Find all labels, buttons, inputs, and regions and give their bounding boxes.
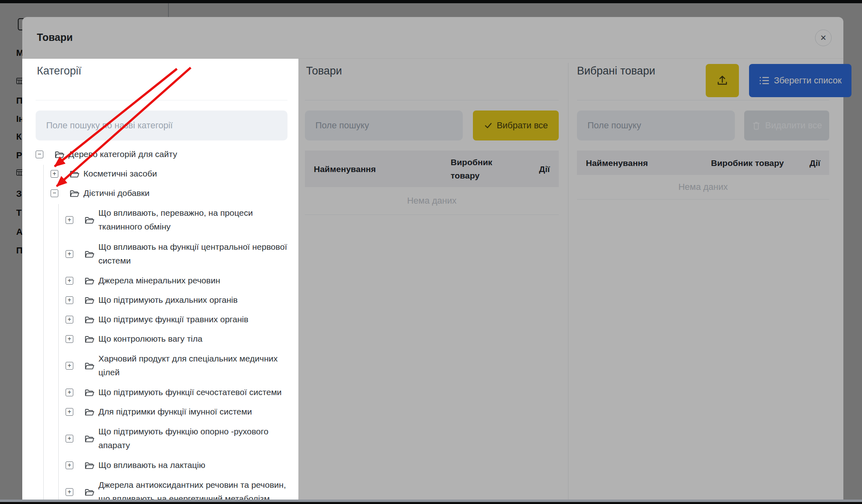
category-search-input[interactable] [36, 111, 287, 140]
expand-node-button[interactable]: + [66, 461, 73, 469]
expand-node-button[interactable]: + [66, 216, 73, 224]
expand-node-button[interactable]: + [66, 408, 73, 416]
tree-row: +Що контролюють вагу тіла [36, 329, 292, 349]
open-folder-icon [85, 488, 95, 496]
tree-node-label[interactable]: Дерево категорій для сайту [68, 147, 177, 161]
tree-row: +Що впливають на функції центральної нер… [36, 237, 292, 271]
delete-all-button[interactable]: Видалити все [744, 111, 829, 140]
tree-node-label[interactable]: Що впливають, переважно, на процеси ткан… [98, 206, 291, 234]
column-name: Найменування [586, 156, 711, 170]
panel-separator [568, 63, 568, 504]
tree-node-label[interactable]: Що контролюють вагу тіла [98, 332, 202, 346]
tree-node-label[interactable]: Що підтримують функцію опорно -рухового … [98, 425, 291, 452]
column-actions: Дії [539, 162, 550, 176]
open-folder-icon [85, 276, 95, 285]
tree-node-label[interactable]: Що впливають на функції центральної нерв… [98, 240, 291, 268]
column-name: Найменування [314, 162, 451, 176]
tree-node-label[interactable]: Для підтримки функції імунної системи [98, 405, 252, 419]
collapse-node-button[interactable]: − [36, 151, 43, 158]
delete-all-label: Видалити все [765, 120, 822, 131]
open-folder-icon [85, 250, 95, 258]
tree-node-label[interactable]: Що впливають на лактацію [98, 458, 205, 472]
trash-icon [751, 120, 761, 131]
open-folder-icon [85, 362, 95, 370]
tree-node-label[interactable]: Що підтримує функції травних органів [98, 313, 248, 326]
column-actions: Дії [809, 156, 820, 170]
divider [36, 100, 287, 100]
category-tree: −Дерево категорій для сайту+Косметичні з… [36, 145, 292, 504]
modal-header: Товари ✕ [22, 17, 843, 59]
select-all-label: Вибрати все [497, 120, 548, 131]
products-table-header: Найменування Виробник товару Дії [305, 151, 559, 187]
check-icon [484, 121, 493, 130]
tree-node-label[interactable]: Косметичні засоби [83, 167, 157, 181]
selected-search-input[interactable] [577, 111, 735, 140]
divider [305, 100, 559, 100]
tree-row: +Косметичні засоби [36, 164, 292, 183]
modal-title: Товари [37, 32, 73, 43]
tree-row: +Харчовий продукт для спеціальних медичн… [36, 349, 292, 383]
expand-node-button[interactable]: + [66, 488, 73, 496]
open-folder-icon [85, 434, 95, 443]
select-all-button[interactable]: Вибрати все [473, 111, 559, 140]
divider [577, 199, 829, 200]
tree-node-label[interactable]: Що підтримують дихальних органів [98, 293, 238, 307]
tree-row: +Що підтримують дихальних органів [36, 290, 292, 310]
expand-node-button[interactable]: + [51, 170, 58, 178]
selected-panel-title: Вибрані товари [577, 65, 655, 77]
open-folder-icon [85, 315, 95, 324]
screen-bottom-edge [0, 502, 862, 504]
divider [305, 215, 559, 215]
column-manufacturer: Виробник товару [451, 155, 521, 182]
categories-panel-title: Категорії [37, 65, 81, 77]
expand-node-button[interactable]: + [66, 435, 73, 442]
selected-empty-state: Нема даних [577, 175, 829, 199]
tree-row: +Що впливають, переважно, на процеси тка… [36, 203, 292, 237]
upload-icon [716, 74, 729, 87]
products-modal: Товари ✕ Категорії −Дерево категорій для… [22, 17, 843, 504]
expand-node-button[interactable]: + [66, 362, 73, 370]
tree-row: +Що підтримують функції сечостатевої сис… [36, 383, 292, 402]
products-empty-state: Нема даних [305, 187, 559, 215]
open-folder-icon [85, 335, 95, 343]
tree-row: +Що впливають на лактацію [36, 455, 292, 475]
column-manufacturer: Виробник товару [711, 156, 801, 170]
save-list-button[interactable]: Зберегти список [749, 64, 851, 97]
expand-node-button[interactable]: + [66, 316, 73, 323]
collapse-node-button[interactable]: − [51, 189, 58, 197]
open-folder-icon [55, 150, 65, 159]
open-folder-icon [85, 388, 95, 397]
upload-button[interactable] [706, 64, 739, 97]
expand-node-button[interactable]: + [66, 389, 73, 396]
tree-row: +Що підтримують функцію опорно -рухового… [36, 421, 292, 455]
open-folder-icon [85, 216, 95, 224]
tree-row: +Що підтримує функції травних органів [36, 310, 292, 329]
tree-row: +Джерела мінеральних речовин [36, 271, 292, 290]
tree-row: +Для підтримки функції імунної системи [36, 402, 292, 421]
expand-node-button[interactable]: + [66, 296, 73, 304]
open-folder-icon [70, 189, 80, 198]
expand-node-button[interactable]: + [66, 250, 73, 258]
open-folder-icon [85, 296, 95, 304]
list-icon [759, 76, 770, 85]
close-button[interactable]: ✕ [815, 30, 832, 46]
expand-node-button[interactable]: + [66, 335, 73, 343]
selected-table-header: Найменування Виробник товару Дії [577, 151, 829, 175]
open-folder-icon [85, 408, 95, 416]
tree-node-label[interactable]: Дієтичні добавки [83, 186, 149, 200]
open-folder-icon [85, 461, 95, 470]
tree-node-label[interactable]: Харчовий продукт для спеціальних медични… [98, 352, 291, 379]
products-panel-title: Товари [306, 65, 342, 77]
save-list-label: Зберегти список [774, 75, 841, 86]
tree-row: −Дерево категорій для сайту [36, 145, 292, 164]
screen: МПІнКРЗТАП Товари ✕ Категорії −Дерево ка… [0, 0, 862, 504]
close-icon: ✕ [820, 34, 827, 42]
tree-node-label[interactable]: Що підтримують функції сечостатевої сист… [98, 385, 282, 399]
tree-row: −Дієтичні добавки [36, 183, 292, 203]
expand-node-button[interactable]: + [66, 277, 73, 285]
divider [577, 100, 829, 100]
tree-node-label[interactable]: Джерела мінеральних речовин [98, 274, 220, 287]
open-folder-icon [70, 170, 80, 178]
products-search-input[interactable] [305, 111, 463, 140]
